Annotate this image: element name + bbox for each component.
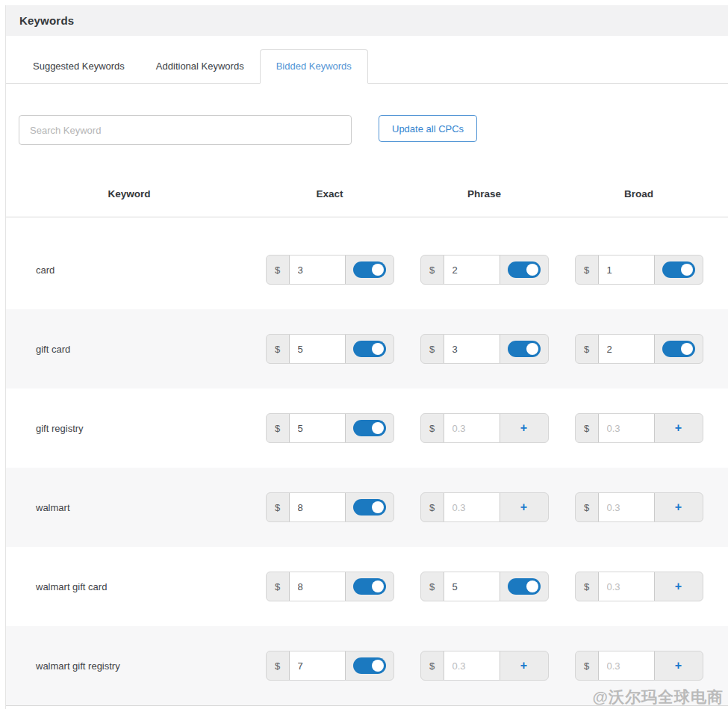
broad-bid-widget: $ + (575, 413, 703, 443)
exact-bid-widget: $ (266, 492, 394, 522)
broad-bid-input[interactable] (598, 493, 655, 521)
broad-bid-input[interactable] (598, 256, 655, 284)
column-header-phrase: Phrase (407, 188, 561, 199)
phrase-bid-input[interactable] (444, 414, 500, 442)
bid-action: + (500, 651, 548, 680)
bid-action (346, 493, 393, 521)
currency-label: $ (421, 414, 444, 442)
tab-suggested-keywords[interactable]: Suggested Keywords (17, 50, 140, 83)
keyword-label: walmart gift registry (6, 660, 252, 672)
bid-action: + (500, 414, 548, 442)
bid-action (655, 335, 703, 363)
broad-bid-input[interactable] (598, 651, 655, 680)
toggle-knob (372, 264, 384, 276)
tab-bar: Suggested Keywords Additional Keywords B… (6, 49, 728, 84)
toggle-knob (681, 264, 693, 276)
phrase-toggle-on[interactable] (508, 578, 541, 595)
exact-bid-widget: $ (266, 255, 394, 285)
currency-label: $ (267, 335, 289, 363)
keywords-panel: Keywords Suggested Keywords Additional K… (5, 5, 728, 709)
currency-label: $ (576, 414, 598, 442)
broad-bid-input[interactable] (598, 572, 655, 601)
bid-action: + (655, 493, 703, 521)
exact-toggle-on[interactable] (353, 261, 386, 278)
exact-bid-input[interactable] (289, 256, 346, 284)
keyword-label: gift card (6, 344, 252, 355)
currency-label: $ (421, 256, 444, 284)
exact-toggle-on[interactable] (353, 420, 386, 436)
table-row: gift registry $ $ + $ + (6, 388, 728, 468)
currency-label: $ (267, 493, 289, 521)
broad-bid-widget: $ (575, 255, 703, 285)
exact-bid-input[interactable] (289, 414, 346, 442)
exact-bid-input[interactable] (289, 493, 346, 521)
broad-toggle-on[interactable] (662, 341, 695, 357)
currency-label: $ (267, 256, 289, 284)
exact-bid-widget: $ (266, 413, 394, 443)
keyword-label: card (6, 264, 252, 276)
phrase-bid-input[interactable] (444, 256, 500, 284)
page-title: Keywords (19, 14, 74, 27)
broad-bid-widget: $ + (575, 572, 703, 601)
toggle-knob (372, 660, 384, 672)
keyword-label: walmart (6, 502, 252, 513)
exact-toggle-on[interactable] (353, 341, 386, 357)
phrase-add-bid-button[interactable]: + (520, 422, 527, 434)
table-header: Keyword Exact Phrase Broad (6, 188, 728, 217)
tab-additional-keywords[interactable]: Additional Keywords (140, 50, 260, 83)
exact-bid-input[interactable] (289, 651, 346, 680)
toggle-knob (526, 264, 538, 276)
broad-add-bid-button[interactable]: + (675, 580, 682, 592)
bid-action (655, 256, 703, 284)
broad-add-bid-button[interactable]: + (675, 422, 682, 434)
phrase-bid-input[interactable] (444, 335, 500, 363)
bid-action: + (655, 414, 703, 442)
bid-action (500, 256, 548, 284)
exact-bid-input[interactable] (289, 335, 346, 363)
table-row: gift card $ $ $ (6, 309, 728, 388)
phrase-bid-widget: $ (420, 572, 549, 601)
toggle-knob (372, 422, 384, 434)
column-header-keyword: Keyword (6, 188, 252, 199)
broad-bid-input[interactable] (598, 414, 655, 442)
phrase-bid-widget: $ (420, 255, 549, 285)
phrase-toggle-on[interactable] (508, 261, 541, 278)
phrase-add-bid-button[interactable]: + (520, 660, 527, 672)
phrase-toggle-on[interactable] (508, 341, 541, 357)
broad-bid-widget: $ (575, 334, 703, 364)
currency-label: $ (421, 651, 444, 680)
broad-toggle-on[interactable] (662, 261, 695, 278)
tab-bidded-keywords[interactable]: Bidded Keywords (260, 49, 368, 84)
column-header-broad: Broad (561, 188, 716, 199)
bid-action (346, 572, 393, 601)
exact-bid-input[interactable] (289, 572, 346, 601)
currency-label: $ (576, 335, 598, 363)
bid-action (346, 256, 393, 284)
currency-label: $ (267, 572, 289, 601)
bid-action (500, 335, 548, 363)
broad-add-bid-button[interactable]: + (675, 660, 682, 672)
currency-label: $ (421, 572, 444, 601)
panel-header: Keywords (6, 5, 728, 36)
currency-label: $ (421, 335, 444, 363)
update-all-cpcs-button[interactable]: Update all CPCs (379, 115, 477, 142)
phrase-add-bid-button[interactable]: + (520, 501, 527, 513)
broad-bid-input[interactable] (598, 335, 655, 363)
broad-bid-widget: $ + (575, 492, 703, 522)
toggle-knob (372, 580, 384, 592)
broad-add-bid-button[interactable]: + (675, 501, 682, 513)
toggle-knob (526, 343, 538, 355)
table-row: card $ $ $ (6, 230, 728, 309)
exact-toggle-on[interactable] (353, 499, 386, 516)
currency-label: $ (267, 651, 289, 680)
exact-toggle-on[interactable] (353, 657, 386, 674)
exact-bid-widget: $ (266, 334, 394, 364)
phrase-bid-input[interactable] (444, 651, 500, 680)
currency-label: $ (576, 572, 598, 601)
phrase-bid-input[interactable] (444, 572, 500, 601)
search-input[interactable] (19, 115, 352, 145)
phrase-bid-input[interactable] (444, 493, 500, 521)
keyword-label: walmart gift card (6, 581, 252, 592)
exact-toggle-on[interactable] (353, 578, 386, 595)
table-row: walmart $ $ + $ + (6, 468, 728, 547)
